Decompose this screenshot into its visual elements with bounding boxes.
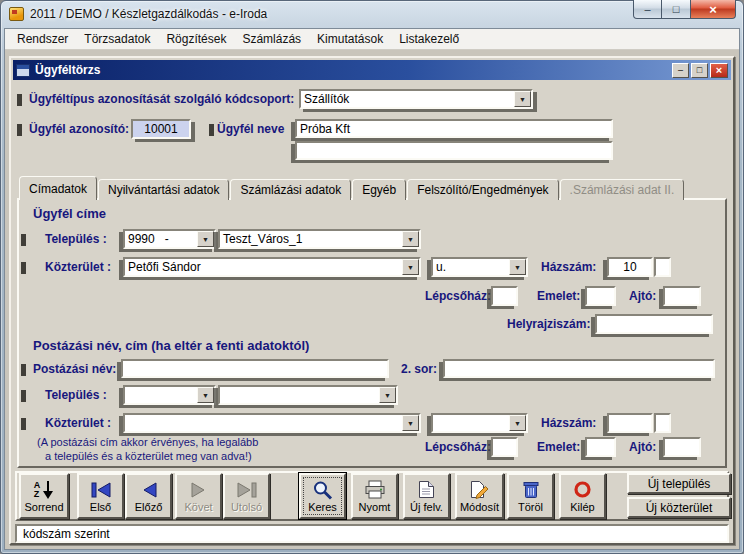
postal-house-number-field[interactable] xyxy=(607,413,653,433)
dropdown-arrow-icon[interactable]: ▼ xyxy=(402,259,419,275)
parcel-number-field[interactable] xyxy=(595,314,713,334)
new-settlement-button[interactable]: Új település xyxy=(627,473,731,494)
close-button[interactable]: × xyxy=(691,0,736,19)
customer-name-field[interactable] xyxy=(295,119,613,138)
street-name-combobox[interactable]: Petőfi Sándor ▼ xyxy=(123,257,421,277)
settlement-label: Település : xyxy=(45,232,107,246)
first-button-label: Első xyxy=(90,501,111,513)
first-record-button[interactable]: Első xyxy=(77,473,124,519)
next-button-label: Követ xyxy=(184,501,212,513)
menu-item-szamlazas[interactable]: Számlázás xyxy=(234,30,309,48)
customer-master-window: Ügyféltörzs – □ × Ügyféltípus azonosítás… xyxy=(9,56,735,545)
postal-street-label: Közterület : xyxy=(45,416,111,430)
door-label: Ajtó: xyxy=(629,289,656,303)
search-icon xyxy=(312,479,333,500)
code-group-value: Szállítók xyxy=(301,91,514,107)
dialog-minimize-button[interactable]: – xyxy=(672,63,689,78)
door-field[interactable] xyxy=(663,286,701,306)
postal-line2-field[interactable] xyxy=(443,359,715,378)
delete-button-label: Töröl xyxy=(518,501,543,513)
label-shadow xyxy=(21,234,26,246)
tab-szamlazasi-adatok[interactable]: Számlázási adatok xyxy=(230,179,351,200)
form-icon xyxy=(16,64,30,77)
dropdown-arrow-icon[interactable]: ▼ xyxy=(402,231,419,247)
dropdown-arrow-icon[interactable]: ▼ xyxy=(509,415,526,431)
dialog-controls: – □ × xyxy=(672,63,728,78)
staircase-label: Lépcsőház: xyxy=(425,289,491,303)
search-button[interactable]: Keres xyxy=(299,473,346,519)
prev-button-label: Előző xyxy=(135,501,163,513)
postal-staircase-field[interactable] xyxy=(491,437,518,457)
code-group-label: Ügyféltípus azonosítását szolgáló kódcso… xyxy=(29,92,294,106)
prev-record-button[interactable]: Előző xyxy=(125,473,172,519)
settlement-code-combobox[interactable]: 9990 - ▼ xyxy=(123,229,216,249)
exit-button-label: Kilép xyxy=(570,501,594,513)
screen: 2011 / DEMO / Készletgazdálkodás - e-Iro… xyxy=(0,0,744,554)
floor-field[interactable] xyxy=(585,286,616,306)
minimize-button[interactable]: – xyxy=(633,0,662,19)
customer-id-field[interactable] xyxy=(131,119,191,139)
mdi-client: Rendszer Törzsadatok Rögzítések Számlázá… xyxy=(4,28,740,550)
sort-z-glyph: Z xyxy=(34,490,41,499)
settlement-name-value: Teszt_Város_1 xyxy=(220,231,402,247)
tab-egyeb[interactable]: Egyéb xyxy=(352,179,406,200)
tab-felszolito-engedmenyek[interactable]: Felszólító/Engedmények xyxy=(407,179,558,200)
menu-item-listakezelo[interactable]: Listakezelő xyxy=(391,30,467,48)
last-record-icon xyxy=(235,479,259,500)
postal-settlement-label: Település : xyxy=(45,388,107,402)
dialog-close-button[interactable]: × xyxy=(710,63,728,78)
maximize-button[interactable]: □ xyxy=(662,0,691,19)
delete-button[interactable]: Töröl xyxy=(507,473,554,519)
postal-heading: Postázási név, cím (ha eltér a fenti ada… xyxy=(33,338,309,353)
tab-nyilvantartasi-adatok[interactable]: Nyilvántartási adatok xyxy=(98,179,229,200)
house-number-field[interactable] xyxy=(607,257,653,277)
postal-name-label: Postázási név: xyxy=(33,362,116,376)
sort-az-icon: AZ xyxy=(34,479,55,500)
staircase-field[interactable] xyxy=(491,286,518,306)
postal-street-name-value xyxy=(125,415,402,431)
menu-item-kimutatasok[interactable]: Kimutatások xyxy=(309,30,391,48)
print-button[interactable]: Nyomt xyxy=(351,473,398,519)
street-label: Közterület : xyxy=(45,260,111,274)
house-number-label: Házszám: xyxy=(541,260,596,274)
postal-floor-field[interactable] xyxy=(585,437,616,457)
postal-house-letter-field[interactable] xyxy=(654,413,671,433)
menu-item-rendszer[interactable]: Rendszer xyxy=(9,30,76,48)
dropdown-arrow-icon[interactable]: ▼ xyxy=(379,387,396,403)
code-group-combobox[interactable]: Szállítók ▼ xyxy=(299,89,533,109)
dropdown-arrow-icon[interactable]: ▼ xyxy=(509,259,526,275)
label-shadow xyxy=(21,390,26,402)
dropdown-arrow-icon[interactable]: ▼ xyxy=(197,231,214,247)
customer-name-field-2[interactable] xyxy=(295,141,613,160)
house-letter-field[interactable] xyxy=(654,257,671,277)
prev-record-icon xyxy=(139,479,159,500)
dropdown-arrow-icon[interactable]: ▼ xyxy=(402,415,419,431)
postal-street-type-combobox[interactable]: ▼ xyxy=(431,413,528,433)
new-record-button[interactable]: Új felv. xyxy=(403,473,450,519)
street-type-value: u. xyxy=(433,259,509,275)
dialog-maximize-button[interactable]: □ xyxy=(691,63,708,78)
postal-settlement-name-combobox[interactable]: ▼ xyxy=(218,385,398,405)
last-button-label: Utolsó xyxy=(231,501,262,513)
last-record-button[interactable]: Utolsó xyxy=(223,473,270,519)
tab-cimadatok[interactable]: Címadatok xyxy=(19,176,97,200)
postal-settlement-code-combobox[interactable]: ▼ xyxy=(123,385,216,405)
sort-button-label: Sorrend xyxy=(24,501,63,513)
dropdown-arrow-icon[interactable]: ▼ xyxy=(197,387,214,403)
modify-button[interactable]: Módosít xyxy=(455,473,504,519)
postal-street-name-combobox[interactable]: ▼ xyxy=(123,413,421,433)
new-street-button[interactable]: Új közterület xyxy=(627,497,731,518)
exit-button[interactable]: Kilép xyxy=(559,473,606,519)
sort-button[interactable]: AZ Sorrend xyxy=(19,473,69,519)
dropdown-arrow-icon[interactable]: ▼ xyxy=(514,91,531,107)
menu-item-torzsadatok[interactable]: Törzsadatok xyxy=(76,30,158,48)
new-document-icon xyxy=(418,479,435,500)
settlement-name-combobox[interactable]: Teszt_Város_1 ▼ xyxy=(218,229,421,249)
street-type-combobox[interactable]: u. ▼ xyxy=(431,257,528,277)
postal-door-field[interactable] xyxy=(663,437,701,457)
next-record-button[interactable]: Követ xyxy=(175,473,222,519)
tab-szamlazasi-adat-2[interactable]: .Számlázási adat II. xyxy=(560,179,685,200)
postal-name-field[interactable] xyxy=(121,359,389,378)
menu-item-rogzitesek[interactable]: Rögzítések xyxy=(158,30,234,48)
dialog-title: Ügyféltörzs xyxy=(35,63,100,77)
